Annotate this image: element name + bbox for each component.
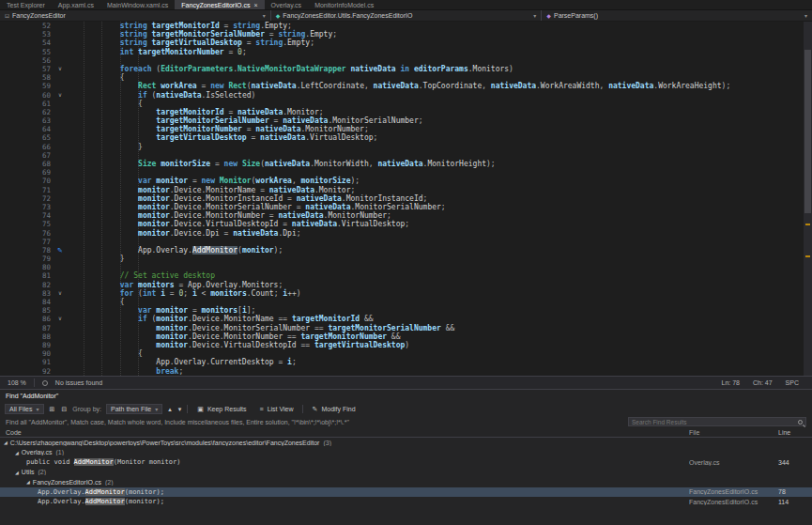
code-line[interactable]: 85 var monitor = monitors[i];: [0, 306, 812, 315]
tab-overlay-cs[interactable]: Overlay.cs: [265, 0, 309, 9]
line-number[interactable]: 85: [0, 306, 54, 315]
code-line[interactable]: 76 monitor.Device.Dpi = nativeData.Dpi;: [0, 229, 812, 238]
code-text[interactable]: {: [66, 100, 143, 108]
line-number[interactable]: 71: [0, 186, 54, 194]
code-text[interactable]: }: [66, 143, 143, 151]
code-text[interactable]: Size monitorSize = new Size(nativeData.M…: [66, 160, 496, 168]
code-line[interactable]: 53 string targetMonitorSerialNumber = st…: [0, 30, 812, 39]
code-line[interactable]: 55 int targetMonitorNumber = 0;: [0, 48, 812, 56]
line-number[interactable]: 59: [0, 82, 54, 90]
result-group-row[interactable]: ◢Overlay.cs(1): [0, 448, 812, 458]
code-text[interactable]: monitor.Device.MonitorNumber == targetMo…: [66, 332, 400, 341]
code-line[interactable]: 74 monitor.Device.MonitorNumber = native…: [0, 211, 812, 220]
line-number[interactable]: 92: [0, 367, 54, 376]
fold-chevron-icon[interactable]: ∨: [54, 289, 66, 298]
code-text[interactable]: targetVirtualDesktop = nativeData.Virtua…: [66, 133, 377, 142]
code-line[interactable]: 57∨ foreach (EditorParameters.NativeMoni…: [0, 65, 812, 73]
code-text[interactable]: monitor.Device.MonitorSerialNumber == ta…: [66, 324, 454, 332]
expander-icon[interactable]: ◢: [15, 450, 19, 456]
code-text[interactable]: var monitor = monitors[i];: [66, 306, 255, 315]
code-text[interactable]: {: [66, 349, 143, 358]
code-area[interactable]: 52 string targetMonitorId = string.Empty…: [0, 22, 812, 376]
line-number[interactable]: 73: [0, 203, 54, 211]
code-line[interactable]: 73 monitor.Device.MonitorSerialNumber = …: [0, 203, 812, 211]
column-header-code[interactable]: Code: [6, 429, 689, 436]
indent-indicator[interactable]: SPC: [786, 379, 799, 386]
line-number[interactable]: 57: [0, 65, 54, 73]
tab-fancyzoneseditorio-cs[interactable]: FancyZonesEditorIO.cs×: [175, 0, 264, 9]
code-text[interactable]: App.Overlay.AddMonitor(monitor);: [66, 246, 283, 255]
code-text[interactable]: if (nativeData.IsSelected): [66, 91, 255, 100]
code-line[interactable]: 88 monitor.Device.MonitorNumber == targe…: [0, 332, 812, 341]
column-indicator[interactable]: Ch: 47: [753, 379, 773, 386]
code-text[interactable]: monitor.Device.VirtualDesktopId = native…: [66, 220, 409, 228]
result-row[interactable]: App.Overlay.AddMonitor(monitor);FancyZon…: [0, 487, 812, 498]
line-number[interactable]: 64: [0, 125, 54, 133]
code-text[interactable]: string targetVirtualDesktop = string.Emp…: [66, 39, 314, 47]
code-text[interactable]: string targetMonitorId = string.Empty;: [66, 22, 292, 30]
scope-dropdown[interactable]: All Files ▾: [5, 404, 44, 414]
fold-chevron-icon[interactable]: ∨: [54, 91, 66, 100]
code-line[interactable]: 72 monitor.Device.MonitorInstanceId = na…: [0, 194, 812, 203]
group-by-dropdown[interactable]: Path then File ▾: [106, 404, 162, 414]
line-number[interactable]: 84: [0, 298, 54, 306]
line-number[interactable]: 56: [0, 56, 54, 65]
line-number[interactable]: 62: [0, 108, 54, 116]
code-line[interactable]: 67: [0, 151, 812, 160]
line-number[interactable]: 74: [0, 211, 54, 220]
edit-marker-icon[interactable]: ✎: [54, 246, 66, 255]
tab-app-xaml-cs[interactable]: App.xaml.cs: [52, 0, 100, 9]
line-number[interactable]: 54: [0, 39, 54, 47]
code-line[interactable]: 58 {: [0, 73, 812, 82]
line-number[interactable]: 69: [0, 168, 54, 177]
code-text[interactable]: // Set active desktop: [66, 271, 215, 280]
column-header-line[interactable]: Line: [778, 429, 806, 436]
line-number[interactable]: 91: [0, 358, 54, 366]
code-line[interactable]: 59 Rect workArea = new Rect(nativeData.L…: [0, 82, 812, 90]
code-text[interactable]: var monitor = new Monitor(workArea, moni…: [66, 177, 360, 185]
fold-chevron-icon[interactable]: ∨: [54, 315, 66, 323]
line-number[interactable]: 58: [0, 73, 54, 82]
zoom-level[interactable]: 108 %: [8, 379, 26, 386]
code-line[interactable]: 81 // Set active desktop: [0, 271, 812, 280]
tab-test-explorer[interactable]: Test Explorer: [0, 0, 52, 9]
code-line[interactable]: 63 targetMonitorSerialNumber = nativeDat…: [0, 116, 812, 125]
code-line[interactable]: 66 }: [0, 143, 812, 151]
line-number[interactable]: 65: [0, 133, 54, 142]
line-number[interactable]: 67: [0, 151, 54, 160]
editor-scrollbar[interactable]: [804, 22, 812, 376]
code-line[interactable]: 75 monitor.Device.VirtualDesktopId = nat…: [0, 220, 812, 228]
code-text[interactable]: foreach (EditorParameters.NativeMonitorD…: [66, 65, 513, 73]
code-line[interactable]: 71 monitor.Device.MonitorName = nativeDa…: [0, 186, 812, 194]
code-text[interactable]: for (int i = 0; i < monitors.Count; i++): [66, 289, 301, 298]
line-number[interactable]: 83: [0, 289, 54, 298]
code-text[interactable]: {: [66, 73, 125, 82]
code-text[interactable]: monitor.Device.VirtualDesktopId == targe…: [66, 341, 409, 349]
code-line[interactable]: 91 App.Overlay.CurrentDesktop = i;: [0, 358, 812, 366]
line-number[interactable]: 76: [0, 229, 54, 238]
line-number[interactable]: 88: [0, 332, 54, 341]
result-row[interactable]: App.Overlay.AddMonitor(monitor);FancyZon…: [0, 497, 812, 507]
code-text[interactable]: targetMonitorId = nativeData.Monitor;: [66, 108, 324, 116]
line-number[interactable]: 61: [0, 100, 54, 108]
code-line[interactable]: 79 }: [0, 255, 812, 263]
line-number[interactable]: 82: [0, 281, 54, 289]
result-row[interactable]: public void AddMonitor(Monitor monitor)O…: [0, 457, 812, 468]
code-line[interactable]: 54 string targetVirtualDesktop = string.…: [0, 39, 812, 47]
expand-all-icon[interactable]: ⊞: [49, 406, 56, 413]
line-number[interactable]: 89: [0, 341, 54, 349]
code-line[interactable]: 90 {: [0, 349, 812, 358]
list-view-button[interactable]: ≡ List View: [255, 404, 298, 414]
code-text[interactable]: }: [66, 255, 125, 263]
line-number[interactable]: 86: [0, 315, 54, 323]
code-line[interactable]: 70 var monitor = new Monitor(workArea, m…: [0, 177, 812, 185]
code-text[interactable]: monitor.Device.MonitorNumber = nativeDat…: [66, 211, 391, 220]
line-number[interactable]: 90: [0, 349, 54, 358]
code-line[interactable]: 80: [0, 263, 812, 271]
line-number[interactable]: 52: [0, 22, 54, 30]
line-number[interactable]: 66: [0, 143, 54, 151]
line-number[interactable]: 63: [0, 116, 54, 125]
code-line[interactable]: 84 {: [0, 298, 812, 306]
member-dropdown[interactable]: ◆ ParseParams() ▾: [542, 10, 812, 21]
close-icon[interactable]: ×: [253, 0, 257, 10]
